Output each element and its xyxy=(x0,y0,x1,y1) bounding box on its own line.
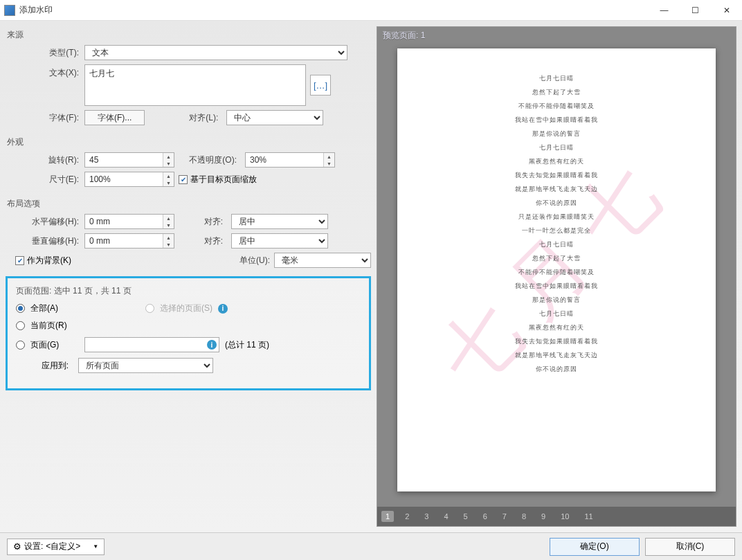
appearance-group-title: 外观 xyxy=(6,134,371,152)
chevron-down-icon[interactable]: ▼ xyxy=(324,160,334,167)
chevron-down-icon[interactable]: ▼ xyxy=(163,241,174,248)
page-thumb[interactable]: 3 xyxy=(420,511,433,522)
chevron-down-icon: ▼ xyxy=(93,543,98,550)
preview-text-line: 七月七日晴 xyxy=(397,309,716,318)
font-button[interactable]: 字体(F)... xyxy=(84,110,145,125)
preview-text-line: 那是你说的誓言 xyxy=(397,296,716,305)
apply-to-label: 应用到: xyxy=(31,360,73,372)
info-icon[interactable]: i xyxy=(218,304,228,314)
text-input[interactable]: 七月七 xyxy=(84,64,306,106)
opacity-spinner[interactable]: 30% ▲▼ xyxy=(245,152,335,168)
type-select[interactable]: 文本 xyxy=(84,45,347,60)
appearance-group: 外观 旋转(R): 45 ▲▼ 不透明度(O): 30% ▲▼ xyxy=(6,134,371,191)
chevron-up-icon[interactable]: ▲ xyxy=(163,234,174,241)
cancel-button[interactable]: 取消(C) xyxy=(645,538,735,556)
chevron-down-icon[interactable]: ▼ xyxy=(163,222,174,228)
scale-checkbox[interactable]: ✔ 基于目标页面缩放 xyxy=(179,174,257,186)
preview-panel: 预览页面: 1 七月七 七月七日晴忽然下起了大雪不能停不能停随着嘲笑及我站在雪中… xyxy=(377,26,736,527)
page-thumb[interactable]: 8 xyxy=(518,511,530,522)
chevron-up-icon[interactable]: ▲ xyxy=(324,153,334,160)
preview-text-line: 你不说的原因 xyxy=(397,199,716,208)
valign-select[interactable]: 居中 xyxy=(231,233,328,249)
preview-page: 七月七 七月七日晴忽然下起了大雪不能停不能停随着嘲笑及我站在雪中如果眼睛看着我那… xyxy=(397,48,716,491)
chevron-up-icon[interactable]: ▲ xyxy=(163,153,174,160)
text-align-select[interactable]: 中心 xyxy=(226,110,323,125)
radio-pages[interactable] xyxy=(16,341,25,350)
preview-text-line: 就是那地平线飞走灰飞天边 xyxy=(397,185,716,194)
chevron-up-icon[interactable]: ▲ xyxy=(163,215,174,222)
settings-dropdown[interactable]: ⚙ 设置: <自定义> ▼ xyxy=(7,539,105,555)
macro-button[interactable]: […] xyxy=(310,75,331,96)
page-thumb[interactable]: 5 xyxy=(460,511,472,522)
radio-all-label: 全部(A) xyxy=(30,302,58,314)
check-icon: ✔ xyxy=(15,256,24,265)
preview-text-line: 我站在雪中如果眼睛看着我 xyxy=(397,282,716,291)
preview-text-line: 黑夜忽然有红的天 xyxy=(397,157,716,166)
voffset-spinner[interactable]: 0 mm ▲▼ xyxy=(84,233,174,249)
dialog-footer: ⚙ 设置: <自定义> ▼ 确定(O) 取消(C) xyxy=(0,532,742,560)
source-group-title: 来源 xyxy=(6,26,371,45)
page-thumb[interactable]: 11 xyxy=(580,511,597,522)
page-thumb[interactable]: 2 xyxy=(401,511,413,522)
as-background-checkbox[interactable]: ✔ 作为背景(K) xyxy=(15,255,71,267)
type-label: 类型(T): xyxy=(15,47,84,59)
check-icon: ✔ xyxy=(179,175,188,184)
opacity-label: 不透明度(O): xyxy=(179,154,241,166)
page-thumb[interactable]: 6 xyxy=(479,511,491,522)
preview-text-line: 不能停不能停随着嘲笑及 xyxy=(397,268,716,277)
radio-selected-label: 选择的页面(S) xyxy=(160,302,212,314)
halign-select[interactable]: 居中 xyxy=(231,214,328,229)
page-thumb[interactable]: 9 xyxy=(537,511,550,522)
preview-text-line: 黑夜忽然有红的天 xyxy=(397,323,716,332)
gear-icon: ⚙ xyxy=(13,541,21,552)
chevron-down-icon[interactable]: ▼ xyxy=(163,160,174,167)
pages-input[interactable] xyxy=(84,337,219,352)
titlebar: 添加水印 — ☐ ✕ xyxy=(0,0,742,21)
hoffset-label: 水平偏移(H): xyxy=(15,216,84,228)
preview-text-line: 你不说的原因 xyxy=(397,365,716,374)
preview-text-line: 七月七日晴 xyxy=(397,143,716,152)
preview-text-line: 我失去知觉如果眼睛看着我 xyxy=(397,171,716,180)
page-thumb[interactable]: 10 xyxy=(556,511,573,522)
hoffset-spinner[interactable]: 0 mm ▲▼ xyxy=(84,214,174,229)
info-icon[interactable]: i xyxy=(207,340,217,350)
layout-group-title: 布局选项 xyxy=(6,195,371,214)
preview-text-line: 我站在雪中如果眼睛看着我 xyxy=(397,116,716,125)
unit-select[interactable]: 毫米 xyxy=(274,253,371,268)
align-label: 对齐(L): xyxy=(174,112,222,124)
app-icon xyxy=(4,5,15,16)
size-spinner[interactable]: 100% ▲▼ xyxy=(84,172,174,187)
pages-total: (总计 11 页) xyxy=(225,339,269,351)
preview-text-line: 忽然下起了大雪 xyxy=(397,254,716,263)
close-button[interactable]: ✕ xyxy=(711,0,742,21)
rotate-spinner[interactable]: 45 ▲▼ xyxy=(84,152,174,168)
valign-label: 对齐: xyxy=(179,235,227,247)
radio-all[interactable] xyxy=(16,304,25,313)
unit-label: 单位(U): xyxy=(226,255,274,267)
page-range-title: 页面范围: 选中 11 页，共 11 页 xyxy=(16,285,361,297)
page-thumb[interactable]: 1 xyxy=(381,511,394,522)
radio-current[interactable] xyxy=(16,321,25,330)
apply-to-select[interactable]: 所有页面 xyxy=(78,358,213,373)
chevron-up-icon[interactable]: ▲ xyxy=(163,172,174,179)
source-group: 来源 类型(T): 文本 文本(X): 七月七 […] xyxy=(6,26,371,129)
maximize-button[interactable]: ☐ xyxy=(680,0,711,21)
preview-header: 预览页面: 1 xyxy=(377,27,736,44)
page-thumbnails: 1234567891011 xyxy=(377,507,736,526)
page-thumb[interactable]: 7 xyxy=(498,511,511,522)
ok-button[interactable]: 确定(O) xyxy=(550,538,640,556)
text-label: 文本(X): xyxy=(15,64,84,79)
layout-group: 布局选项 水平偏移(H): 0 mm ▲▼ 对齐: 居中 xyxy=(6,195,371,272)
preview-text-line: 不能停不能停随着嘲笑及 xyxy=(397,102,716,111)
radio-current-label: 当前页(R) xyxy=(30,320,67,332)
halign-label: 对齐: xyxy=(179,216,227,228)
preview-text-line: 我失去知觉如果眼睛看着我 xyxy=(397,337,716,346)
preview-text-line: 一叶一叶怎么都是完全 xyxy=(397,226,716,235)
chevron-down-icon[interactable]: ▼ xyxy=(163,179,174,186)
preview-area[interactable]: 七月七 七月七日晴忽然下起了大雪不能停不能停随着嘲笑及我站在雪中如果眼睛看着我那… xyxy=(377,44,736,507)
minimize-button[interactable]: — xyxy=(649,0,680,21)
page-range-group: 页面范围: 选中 11 页，共 11 页 全部(A) 选择的页面(S) i 当前… xyxy=(6,276,371,390)
voffset-label: 垂直偏移(H): xyxy=(15,235,84,247)
page-thumb[interactable]: 4 xyxy=(440,511,452,522)
radio-selected xyxy=(145,304,154,313)
